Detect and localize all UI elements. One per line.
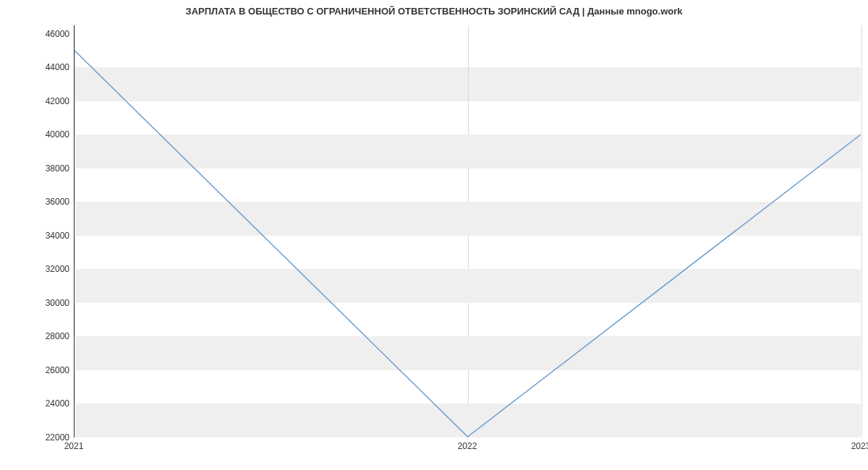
x-tick-label: 2021 [64,441,84,451]
line-series [75,25,861,437]
chart-container: ЗАРПЛАТА В ОБЩЕСТВО С ОГРАНИЧЕННОЙ ОТВЕТ… [0,0,868,470]
y-tick-label: 32000 [26,264,69,274]
y-tick-label: 46000 [26,29,69,39]
plot-area [74,25,861,437]
y-tick-label: 34000 [26,231,69,241]
y-tick-label: 42000 [26,96,69,106]
data-line [75,51,861,437]
y-tick-label: 26000 [26,365,69,375]
y-tick-label: 24000 [26,398,69,409]
y-tick-label: 30000 [26,298,69,308]
x-gridline [861,25,862,437]
x-tick-label: 2023 [851,441,868,451]
y-tick-label: 28000 [26,331,69,341]
x-tick-label: 2022 [458,441,477,451]
y-tick-label: 22000 [26,432,69,443]
chart-title: ЗАРПЛАТА В ОБЩЕСТВО С ОГРАНИЧЕННОЙ ОТВЕТ… [0,6,868,17]
y-tick-label: 38000 [26,163,69,174]
y-tick-label: 36000 [26,197,69,207]
y-tick-label: 44000 [26,62,69,72]
y-tick-label: 40000 [26,129,69,140]
